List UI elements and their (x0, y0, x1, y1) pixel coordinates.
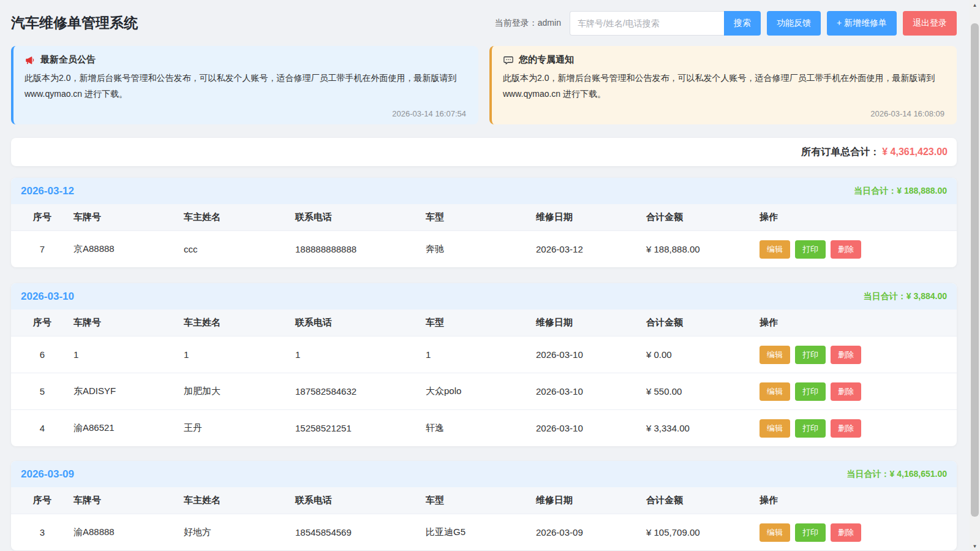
daily-total: 当日合计：¥ 3,884.00 (864, 291, 947, 302)
cell-date: 2026-03-09 (536, 527, 646, 538)
announcement-timestamp: 2026-03-14 16:07:54 (24, 109, 466, 118)
print-button[interactable]: 打印 (795, 240, 826, 259)
cell-phone: 188888888888 (295, 244, 426, 254)
daily-total: 当日合计：¥ 188,888.00 (854, 186, 947, 197)
cell-owner: 1 (184, 349, 295, 360)
edit-button[interactable]: 编辑 (760, 240, 790, 259)
cell-plate: 京A88888 (74, 243, 184, 255)
col-date: 维修日期 (536, 317, 646, 329)
cell-owner: 王丹 (184, 422, 295, 434)
search-button[interactable]: 搜索 (724, 11, 761, 36)
cell-owner: 加肥加大 (184, 386, 295, 397)
cell-amount: ¥ 3,334.00 (646, 423, 760, 433)
page-title: 汽车维修单管理系统 (11, 13, 138, 32)
global-announcement-card: 最新全员公告 此版本为2.0，新增后台账号管理和公告发布，可以私发个人账号，适合… (11, 46, 478, 124)
col-plate: 车牌号 (74, 211, 184, 223)
row-actions: 编辑 打印 删除 (760, 346, 957, 364)
daily-total-amount: ¥ 188,888.00 (897, 186, 947, 196)
row-actions: 编辑 打印 删除 (760, 382, 957, 401)
print-button[interactable]: 打印 (795, 346, 826, 364)
add-repair-order-button[interactable]: + 新增维修单 (827, 11, 897, 36)
cell-date: 2026-03-12 (536, 244, 646, 254)
row-actions: 编辑 打印 删除 (760, 523, 957, 542)
delete-button[interactable]: 删除 (831, 240, 861, 259)
cell-plate: 渝A86521 (74, 422, 184, 434)
personal-notice-title-row: 您的专属通知 (503, 54, 944, 66)
col-plate: 车牌号 (74, 317, 184, 329)
search-input[interactable] (570, 11, 724, 36)
cell-phone: 1 (295, 349, 426, 360)
section-date: 2026-03-09 (21, 468, 74, 481)
table-row: 3 渝A88888 好地方 18545854569 比亚迪G5 2026-03-… (11, 514, 957, 550)
edit-button[interactable]: 编辑 (760, 382, 790, 401)
print-button[interactable]: 打印 (795, 523, 826, 542)
day-section-2026-03-10: 2026-03-10 当日合计：¥ 3,884.00 序号 车牌号 车主姓名 联… (11, 283, 957, 446)
cell-date: 2026-03-10 (536, 423, 646, 433)
row-actions: 编辑 打印 删除 (760, 240, 957, 259)
cell-model: 大众polo (426, 386, 536, 397)
day-section-header: 2026-03-09 当日合计：¥ 4,168,651.00 (11, 461, 957, 487)
col-amount: 合计金额 (646, 495, 760, 506)
announcement-title: 最新全员公告 (40, 54, 96, 66)
cell-owner: 好地方 (184, 526, 295, 538)
edit-button[interactable]: 编辑 (760, 523, 790, 542)
col-phone: 联系电话 (295, 495, 426, 506)
print-button[interactable]: 打印 (795, 382, 826, 401)
daily-total-label: 当日合计： (854, 186, 897, 196)
daily-total-label: 当日合计： (864, 291, 907, 301)
daily-total-amount: ¥ 4,168,651.00 (890, 469, 947, 479)
col-model: 车型 (426, 211, 536, 223)
cell-amount: ¥ 550.00 (646, 386, 760, 397)
top-bar: 汽车维修单管理系统 当前登录：admin 搜索 功能反馈 + 新增维修单 退出登… (11, 0, 957, 46)
delete-button[interactable]: 删除 (831, 419, 861, 438)
cell-seq: 5 (11, 386, 74, 397)
print-button[interactable]: 打印 (795, 419, 826, 438)
col-actions: 操作 (760, 495, 957, 506)
cell-model: 1 (426, 349, 536, 360)
col-model: 车型 (426, 317, 536, 329)
scroll-up-arrow-icon[interactable]: ▲ (970, 0, 980, 10)
cell-phone: 187582584632 (295, 386, 426, 397)
scroll-down-arrow-icon[interactable]: ▼ (970, 541, 980, 551)
col-owner: 车主姓名 (184, 317, 295, 329)
table-row: 7 京A88888 ccc 188888888888 奔驰 2026-03-12… (11, 230, 957, 267)
section-date: 2026-03-12 (21, 185, 74, 197)
row-actions: 编辑 打印 删除 (760, 419, 957, 438)
col-model: 车型 (426, 495, 536, 506)
notice-cards: 最新全员公告 此版本为2.0，新增后台账号管理和公告发布，可以私发个人账号，适合… (11, 46, 957, 124)
cell-seq: 4 (11, 423, 74, 433)
delete-button[interactable]: 删除 (831, 523, 861, 542)
col-seq: 序号 (11, 495, 74, 506)
cell-amount: ¥ 0.00 (646, 349, 760, 360)
scrollbar-thumb[interactable] (971, 23, 979, 517)
section-date: 2026-03-10 (21, 291, 74, 303)
vertical-scrollbar[interactable]: ▲ ▼ (970, 0, 980, 551)
col-plate: 车牌号 (74, 495, 184, 506)
cell-seq: 7 (11, 244, 74, 254)
cell-phone: 15258521251 (295, 423, 426, 433)
announcement-title-row: 最新全员公告 (24, 54, 466, 66)
day-section-header: 2026-03-12 当日合计：¥ 188,888.00 (11, 178, 957, 204)
col-phone: 联系电话 (295, 317, 426, 329)
daily-total: 当日合计：¥ 4,168,651.00 (847, 469, 947, 480)
day-section-2026-03-12: 2026-03-12 当日合计：¥ 188,888.00 序号 车牌号 车主姓名… (11, 178, 957, 267)
cell-seq: 3 (11, 527, 74, 538)
feedback-button[interactable]: 功能反馈 (767, 11, 821, 36)
table-header-row: 序号 车牌号 车主姓名 联系电话 车型 维修日期 合计金额 操作 (11, 310, 957, 336)
speech-bubble-icon (503, 55, 514, 66)
delete-button[interactable]: 删除 (831, 346, 861, 364)
edit-button[interactable]: 编辑 (760, 419, 790, 438)
cell-seq: 6 (11, 349, 74, 360)
cell-model: 轩逸 (426, 422, 536, 434)
megaphone-icon (24, 55, 36, 66)
cell-plate: 1 (74, 349, 184, 360)
delete-button[interactable]: 删除 (831, 382, 861, 401)
search-group: 搜索 (570, 11, 761, 36)
current-login-label: 当前登录：admin (495, 18, 561, 29)
daily-total-amount: ¥ 3,884.00 (907, 291, 947, 301)
cell-plate: 东ADISYF (74, 386, 184, 397)
logout-button[interactable]: 退出登录 (903, 11, 957, 36)
table-row: 6 1 1 1 1 2026-03-10 ¥ 0.00 编辑 打印 删除 (11, 336, 957, 373)
page-content: 汽车维修单管理系统 当前登录：admin 搜索 功能反馈 + 新增维修单 退出登… (11, 0, 957, 550)
edit-button[interactable]: 编辑 (760, 346, 790, 364)
